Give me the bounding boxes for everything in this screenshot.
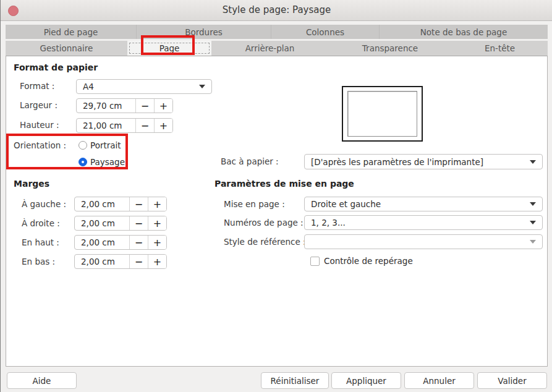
layout-settings-heading: Paramètres de mise en page [214, 179, 354, 189]
format-select[interactable]: A4 [76, 79, 212, 94]
reset-button[interactable]: Réinitialiser [261, 372, 329, 389]
height-increment-button[interactable]: + [154, 119, 172, 132]
width-decrement-button[interactable]: − [135, 99, 154, 113]
ok-button[interactable]: Valider [477, 372, 547, 389]
margin-top-increment-button[interactable]: + [148, 236, 166, 249]
margin-bottom-stepper: 2,00 cm − + [74, 254, 167, 269]
dropdown-arrow-icon [530, 240, 536, 244]
margin-left-decrement-button[interactable]: − [129, 197, 148, 211]
page-numbers-label: Numéros de page : [224, 216, 304, 230]
register-true-checkbox[interactable] [310, 257, 320, 266]
margin-left-increment-button[interactable]: + [148, 197, 166, 211]
height-stepper: 21,00 cm − + [76, 118, 173, 133]
landscape-radio-label[interactable]: Paysage [90, 155, 125, 169]
portrait-radio-label[interactable]: Portrait [90, 138, 121, 153]
paper-tray-label: Bac à papier : [221, 155, 279, 169]
margin-right-label: À droite : [22, 216, 60, 231]
tab-row-1: Pied de page Bordures Colonnes Note de b… [6, 25, 548, 39]
height-decrement-button[interactable]: − [135, 119, 154, 132]
margin-bottom-decrement-button[interactable]: − [129, 255, 148, 268]
margin-bottom-increment-button[interactable]: + [148, 255, 166, 268]
paper-tray-select[interactable]: [D'après les paramètres de l'imprimante] [304, 154, 543, 169]
margin-top-decrement-button[interactable]: − [129, 236, 148, 249]
dropdown-arrow-icon [530, 202, 536, 206]
margin-bottom-input[interactable]: 2,00 cm [75, 255, 129, 268]
width-input[interactable]: 29,70 cm [77, 99, 135, 113]
portrait-radio[interactable] [79, 141, 87, 150]
width-label: Largeur : [20, 98, 57, 113]
titlebar: Style de page: Paysage [1, 0, 552, 21]
tab-bordures[interactable]: Bordures [137, 25, 271, 39]
page-style-dialog: Style de page: Paysage Pied de page Bord… [0, 0, 552, 392]
orientation-label: Orientation : [14, 138, 66, 153]
page-numbers-select[interactable]: 1, 2, 3... [304, 215, 543, 230]
margin-right-increment-button[interactable]: + [148, 216, 166, 230]
margin-left-stepper: 2,00 cm − + [74, 197, 167, 211]
width-increment-button[interactable]: + [154, 99, 172, 113]
margin-bottom-label: En bas : [22, 255, 55, 269]
format-label: Format : [20, 79, 54, 93]
margin-top-label: En haut : [22, 236, 59, 250]
page-tab-content: Format de papier Format : A4 Largeur : 2… [6, 56, 548, 367]
landscape-radio[interactable] [79, 158, 87, 166]
margin-right-decrement-button[interactable]: − [129, 216, 148, 230]
cancel-button[interactable]: Annuler [404, 372, 474, 389]
tab-note-de-bas-de-page[interactable]: Note de bas de page [380, 25, 548, 39]
dropdown-arrow-icon [530, 160, 536, 164]
margins-heading: Marges [14, 179, 49, 189]
page-numbers-value: 1, 2, 3... [311, 218, 346, 228]
tab-colonnes[interactable]: Colonnes [271, 25, 380, 39]
height-label: Hauteur : [20, 118, 59, 132]
tab-page[interactable]: Page [127, 41, 211, 56]
page-layout-select[interactable]: Droite et gauche [304, 197, 543, 211]
height-input[interactable]: 21,00 cm [77, 119, 135, 132]
margin-top-input[interactable]: 2,00 cm [75, 236, 129, 249]
paper-preview-margins [347, 91, 417, 137]
tab-pied-de-page[interactable]: Pied de page [6, 25, 137, 39]
margin-top-stepper: 2,00 cm − + [74, 235, 167, 250]
tab-arriere-plan[interactable]: Arrière-plan [211, 41, 328, 56]
paper-preview [342, 86, 423, 142]
margin-right-stepper: 2,00 cm − + [74, 216, 167, 231]
margin-left-input[interactable]: 2,00 cm [75, 197, 129, 211]
dropdown-arrow-icon [530, 221, 536, 224]
help-button[interactable]: Aide [7, 372, 77, 389]
tab-en-tete[interactable]: En-tête [452, 41, 548, 56]
tab-gestionnaire[interactable]: Gestionnaire [6, 41, 127, 56]
page-layout-value: Droite et gauche [311, 199, 381, 209]
tab-transparence[interactable]: Transparence [328, 41, 452, 56]
tab-row-2: Gestionnaire Page Arrière-plan Transpare… [6, 41, 548, 56]
margin-left-label: À gauche : [22, 197, 66, 211]
width-stepper: 29,70 cm − + [76, 98, 173, 113]
window-title: Style de page: Paysage [1, 4, 552, 15]
reference-style-label: Style de référence : [224, 235, 306, 249]
register-true-checkbox-label[interactable]: Contrôle de repérage [324, 254, 413, 268]
page-layout-label: Mise en page : [224, 197, 285, 211]
apply-button[interactable]: Appliquer [331, 372, 401, 389]
dropdown-arrow-icon [199, 85, 205, 88]
reference-style-select[interactable] [304, 234, 543, 249]
margin-right-input[interactable]: 2,00 cm [75, 216, 129, 230]
format-value: A4 [83, 82, 94, 92]
paper-format-heading: Format de papier [14, 62, 98, 72]
paper-tray-value: [D'après les paramètres de l'imprimante] [311, 157, 483, 167]
